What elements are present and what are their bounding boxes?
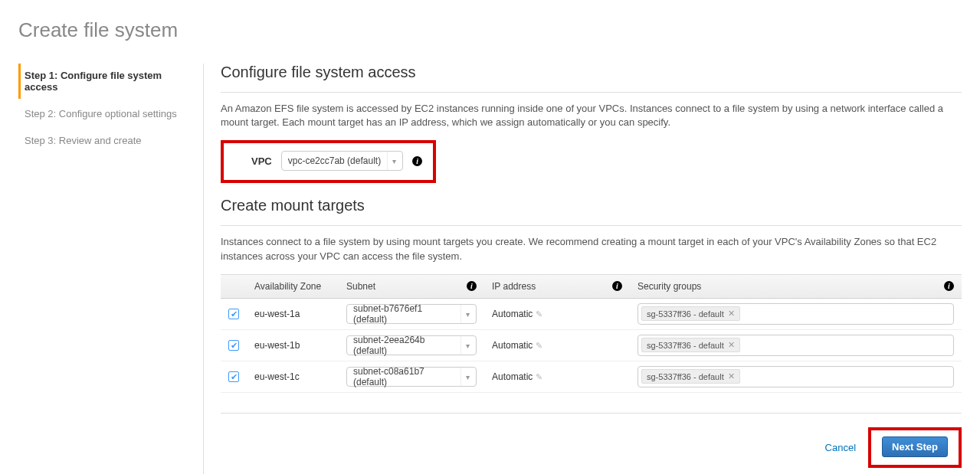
subnet-value: subnet-2eea264b (default) — [353, 335, 454, 356]
remove-tag-icon[interactable]: ✕ — [728, 309, 735, 319]
th-sg: Security groups i — [630, 274, 962, 298]
page-title: Create file system — [18, 18, 962, 42]
chevron-down-icon: ▾ — [387, 152, 396, 170]
section-title-mount-targets: Create mount targets — [221, 197, 962, 219]
cell-ip[interactable]: Automatic✎ — [484, 361, 630, 392]
th-sg-label: Security groups — [637, 281, 701, 292]
subnet-select[interactable]: subnet-2eea264b (default)▾ — [346, 335, 477, 355]
vpc-selection-highlight: VPC vpc-ce2cc7ab (default) ▾ i — [221, 140, 436, 183]
cell-az: eu-west-1a — [247, 298, 339, 329]
footer-actions: Cancel Next Step — [221, 413, 962, 474]
mount-targets-table: Availability Zone Subnet i IP address i … — [221, 274, 962, 393]
table-row: ✔eu-west-1bsubnet-2eea264b (default)▾Aut… — [221, 329, 962, 361]
sidebar-step-3[interactable]: Step 3: Review and create — [18, 129, 195, 152]
security-groups-input[interactable]: sg-5337ff36 - default✕ — [637, 303, 954, 325]
vpc-label: VPC — [251, 155, 272, 167]
sg-tag: sg-5337ff36 - default✕ — [641, 306, 740, 321]
section-desc-configure: An Amazon EFS file system is accessed by… — [221, 102, 962, 129]
sg-tag: sg-5337ff36 - default✕ — [641, 338, 740, 352]
subnet-select[interactable]: subnet-c08a61b7 (default)▾ — [346, 367, 477, 387]
th-az: Availability Zone — [247, 274, 339, 298]
chevron-down-icon: ▾ — [461, 368, 470, 386]
vpc-select[interactable]: vpc-ce2cc7ab (default) ▾ — [281, 151, 403, 171]
table-row: ✔eu-west-1csubnet-c08a61b7 (default)▾Aut… — [221, 361, 962, 392]
cell-az: eu-west-1b — [247, 329, 339, 361]
th-checkbox — [221, 274, 247, 298]
pencil-icon[interactable]: ✎ — [536, 372, 542, 381]
row-checkbox[interactable]: ✔ — [228, 371, 239, 382]
th-subnet: Subnet i — [339, 274, 484, 298]
subnet-value: subnet-b7676ef1 (default) — [353, 303, 454, 325]
remove-tag-icon[interactable]: ✕ — [728, 340, 735, 350]
row-checkbox[interactable]: ✔ — [228, 309, 239, 319]
next-step-highlight: Next Step — [868, 427, 962, 468]
cell-ip[interactable]: Automatic✎ — [484, 298, 630, 329]
row-checkbox[interactable]: ✔ — [228, 340, 239, 351]
sg-tag: sg-5337ff36 - default✕ — [641, 369, 740, 384]
th-subnet-label: Subnet — [346, 281, 375, 292]
th-ip-label: IP address — [492, 281, 536, 292]
cell-ip[interactable]: Automatic✎ — [484, 329, 630, 361]
info-icon[interactable]: i — [944, 281, 954, 291]
remove-tag-icon[interactable]: ✕ — [728, 371, 735, 381]
section-title-configure: Configure file system access — [221, 64, 962, 86]
wizard-sidebar: Step 1: Configure file system access Ste… — [18, 64, 204, 474]
section-desc-mount-targets: Instances connect to a file system by us… — [221, 235, 962, 263]
cancel-button[interactable]: Cancel — [825, 442, 856, 453]
th-ip: IP address i — [484, 274, 630, 298]
subnet-value: subnet-c08a61b7 (default) — [353, 366, 454, 387]
next-step-button[interactable]: Next Step — [882, 436, 948, 457]
sidebar-step-2[interactable]: Step 2: Configure optional settings — [18, 102, 195, 126]
cell-az: eu-west-1c — [247, 361, 339, 392]
info-icon[interactable]: i — [412, 156, 422, 166]
chevron-down-icon: ▾ — [461, 305, 470, 323]
vpc-select-value: vpc-ce2cc7ab (default) — [288, 155, 381, 166]
security-groups-input[interactable]: sg-5337ff36 - default✕ — [637, 366, 954, 387]
subnet-select[interactable]: subnet-b7676ef1 (default)▾ — [346, 304, 477, 324]
table-row: ✔eu-west-1asubnet-b7676ef1 (default)▾Aut… — [221, 298, 962, 329]
pencil-icon[interactable]: ✎ — [536, 341, 542, 350]
security-groups-input[interactable]: sg-5337ff36 - default✕ — [637, 335, 954, 356]
pencil-icon[interactable]: ✎ — [536, 309, 542, 319]
chevron-down-icon: ▾ — [461, 336, 470, 355]
info-icon[interactable]: i — [612, 281, 622, 291]
main-panel: Configure file system access An Amazon E… — [204, 64, 962, 474]
info-icon[interactable]: i — [467, 281, 477, 291]
sidebar-step-1[interactable]: Step 1: Configure file system access — [18, 64, 195, 99]
